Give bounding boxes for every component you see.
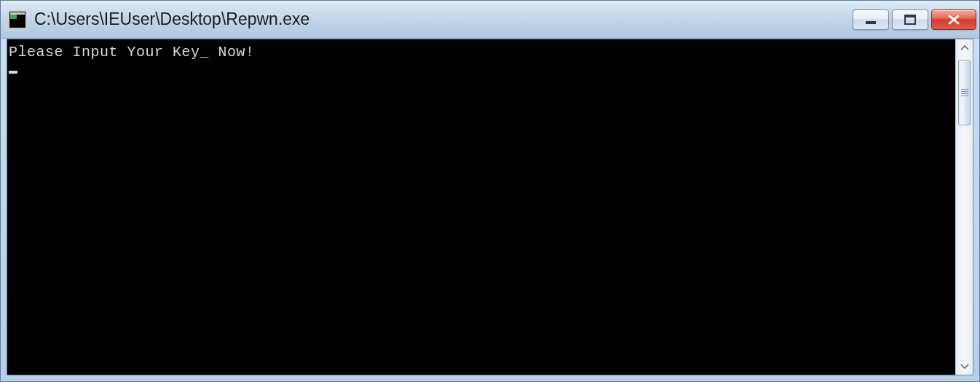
maximize-button[interactable] — [892, 9, 928, 30]
scroll-thumb[interactable] — [958, 60, 971, 125]
console-app-icon — [8, 10, 27, 29]
chevron-up-icon — [960, 45, 969, 51]
maximize-icon — [904, 15, 917, 25]
console-output[interactable]: Please Input Your Key_ Now! — [7, 39, 955, 375]
text-cursor — [9, 71, 17, 74]
scroll-thumb-grip — [961, 89, 968, 96]
chevron-down-icon — [960, 363, 969, 369]
svg-rect-3 — [866, 21, 876, 24]
scroll-down-button[interactable] — [956, 357, 973, 375]
console-line: Please Input Your Key_ Now! — [9, 44, 955, 61]
window-controls — [853, 1, 976, 38]
svg-rect-5 — [905, 15, 915, 17]
console-window: C:\Users\IEUser\Desktop\Repwn.exe — [0, 0, 980, 382]
minimize-button[interactable] — [853, 9, 889, 30]
minimize-icon — [864, 15, 877, 25]
close-button[interactable] — [931, 9, 976, 30]
window-title: C:\Users\IEUser\Desktop\Repwn.exe — [34, 9, 853, 29]
client-area: Please Input Your Key_ Now! — [7, 39, 973, 375]
vertical-scrollbar[interactable] — [955, 39, 973, 375]
close-icon — [947, 15, 961, 25]
svg-rect-2 — [10, 12, 25, 15]
scroll-up-button[interactable] — [956, 39, 973, 57]
titlebar[interactable]: C:\Users\IEUser\Desktop\Repwn.exe — [1, 1, 979, 39]
scroll-track[interactable] — [956, 57, 973, 357]
